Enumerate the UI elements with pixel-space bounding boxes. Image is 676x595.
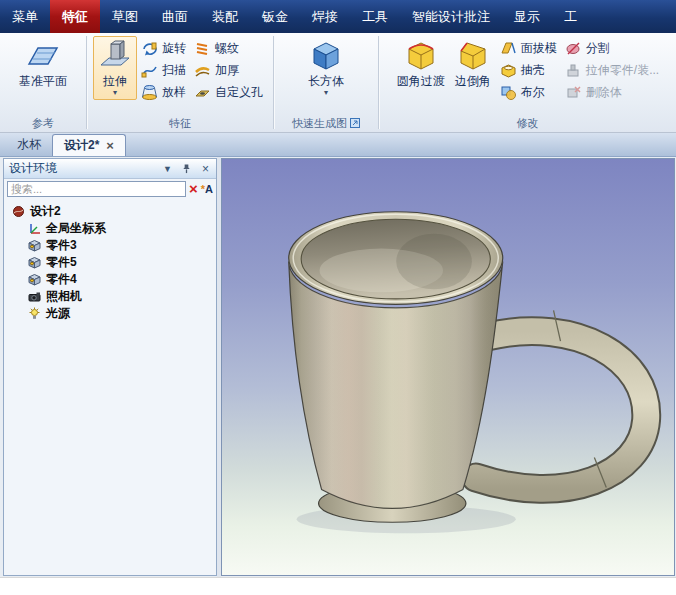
group-label-modify: 修改 [379,115,676,132]
extrude-dropdown-icon[interactable]: ▾ [113,88,117,97]
search-options-icon[interactable]: *A [201,182,213,196]
light-icon [28,307,41,320]
revolve-button[interactable]: 旋转 [137,38,190,58]
thread-button[interactable]: 螺纹 [190,38,267,58]
draft-button[interactable]: 面拔模 [496,38,561,58]
shell-icon [500,62,517,79]
menu-tab-surface[interactable]: 曲面 [150,0,200,33]
menu-tab-tools[interactable]: 工具 [350,0,400,33]
extrude-button[interactable]: 拉伸 ▾ [93,36,137,100]
tree-item-label: 照相机 [46,288,82,305]
box-button[interactable]: 长方体 ▾ [303,36,349,100]
search-row: × *A [4,179,216,199]
chamfer-button[interactable]: 边倒角 [450,36,496,91]
search-input[interactable] [7,181,186,197]
menu-tab-menu[interactable]: 菜单 [0,0,50,33]
custom-hole-button[interactable]: 自定义孔 [190,82,267,102]
delete-body-button[interactable]: 删除体 [561,82,663,102]
tree-item-label: 全局坐标系 [46,220,106,237]
menu-tab-sheet-metal[interactable]: 钣金 [250,0,300,33]
tree-item-coordinate-system[interactable]: 全局坐标系 [6,220,214,237]
tree-item-part5[interactable]: 零件5 [6,254,214,271]
fillet-icon [404,39,438,73]
close-tab-icon[interactable]: × [106,140,114,152]
clear-search-icon[interactable]: × [189,182,198,196]
datum-plane-label: 基准平面 [19,74,67,88]
tree-item-design2[interactable]: 设计2 [6,203,214,220]
group-label-reference-text: 参考 [32,116,54,131]
tree-item-camera[interactable]: 照相机 [6,288,214,305]
custom-hole-label: 自定义孔 [215,84,263,101]
group-label-quick-text: 快速生成图 [292,116,347,131]
tree-item-light[interactable]: 光源 [6,305,214,322]
extrude-part-button[interactable]: 拉伸零件/装... [561,60,663,80]
menu-tab-sketch[interactable]: 草图 [100,0,150,33]
menu-tab-feature[interactable]: 特征 [50,0,100,33]
revolve-icon [141,40,158,57]
doc-tab-design2-label: 设计2* [64,137,99,154]
axes-icon [28,222,41,235]
tree-item-label: 设计2 [30,203,61,220]
datum-plane-icon [26,39,60,73]
thread-label: 螺纹 [215,40,239,57]
fillet-label: 圆角过渡 [397,74,445,88]
tree-item-label: 光源 [46,305,70,322]
box-dropdown-icon[interactable]: ▾ [324,88,328,97]
mug-model [222,159,674,575]
boolean-button[interactable]: 布尔 [496,82,561,102]
shell-button[interactable]: 抽壳 [496,60,561,80]
doc-tab-cup-label: 水杯 [17,136,41,153]
sweep-button[interactable]: 扫描 [137,60,190,80]
group-label-modify-text: 修改 [517,116,539,131]
delete-body-icon [565,84,582,101]
status-bar [0,577,676,595]
tree-item-part4[interactable]: 零件4 [6,271,214,288]
split-button[interactable]: 分割 [561,38,663,58]
viewport-3d[interactable] [221,158,675,576]
menu-tab-assembly[interactable]: 装配 [200,0,250,33]
doc-tab-cup[interactable]: 水杯 [6,133,52,156]
group-label-reference: 参考 [0,115,86,132]
menu-tab-overflow[interactable]: 工 [552,0,589,33]
ribbon-group-reference: 基准平面 参考 [0,33,86,132]
doc-tab-design2[interactable]: 设计2* × [52,134,126,156]
menu-tab-welding[interactable]: 焊接 [300,0,350,33]
extrude-part-label: 拉伸零件/装... [586,62,659,79]
extrude-part-icon [565,62,582,79]
part-icon [28,256,41,269]
sweep-icon [141,62,158,79]
chamfer-label: 边倒角 [455,74,491,88]
fillet-button[interactable]: 圆角过渡 [392,36,450,91]
extrude-label: 拉伸 [103,74,127,88]
loft-button[interactable]: 放样 [137,82,190,102]
panel-title: 设计环境 [9,160,156,177]
group-label-feature-text: 特征 [169,116,191,131]
revolve-label: 旋转 [162,40,186,57]
split-icon [565,40,582,57]
menubar: 菜单 特征 草图 曲面 装配 钣金 焊接 工具 智能设计批注 显示 工 [0,0,676,33]
model-tree: 设计2 全局坐标系 [4,199,216,575]
design-icon [12,205,25,218]
quick-group-launcher-icon[interactable] [350,118,360,130]
menu-tab-smart-annotation[interactable]: 智能设计批注 [400,0,502,33]
boolean-label: 布尔 [521,84,545,101]
tree-item-label: 零件3 [46,237,77,254]
box-label: 长方体 [308,74,344,88]
split-label: 分割 [586,40,610,57]
thicken-icon [194,62,211,79]
panel-menu-icon[interactable]: ▼ [160,164,175,174]
pin-icon[interactable] [179,163,194,174]
box-icon [309,39,343,73]
tree-item-label: 零件4 [46,271,77,288]
design-tree-panel: 设计环境 ▼ × × *A [3,158,217,576]
menu-tab-display[interactable]: 显示 [502,0,552,33]
thicken-button[interactable]: 加厚 [190,60,267,80]
custom-hole-icon [194,84,211,101]
tree-item-part3[interactable]: 零件3 [6,237,214,254]
main-area: 设计环境 ▼ × × *A [0,157,676,577]
panel-close-icon[interactable]: × [198,162,213,176]
ribbon-group-feature: 拉伸 ▾ 旋转 [87,33,273,132]
extrude-icon [98,39,132,73]
panel-header: 设计环境 ▼ × [4,159,216,179]
datum-plane-button[interactable]: 基准平面 [14,36,72,91]
